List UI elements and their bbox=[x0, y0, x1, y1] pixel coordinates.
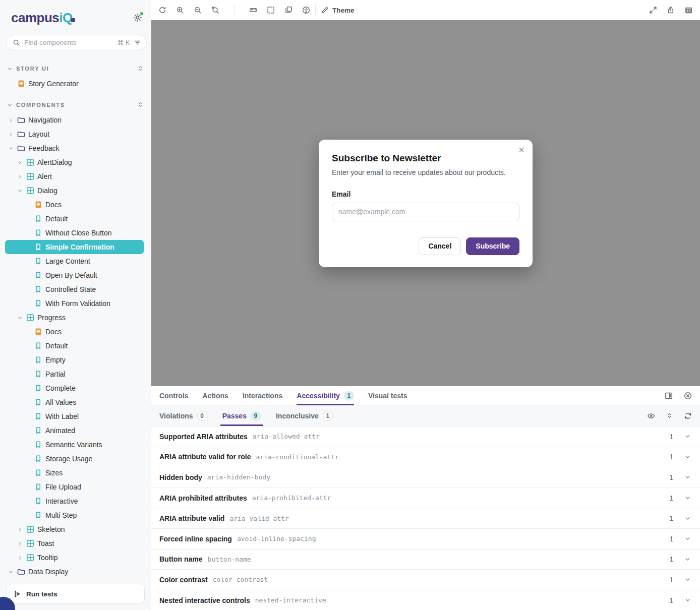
share-button[interactable] bbox=[667, 6, 675, 14]
chevron-down-icon[interactable] bbox=[684, 535, 691, 542]
sidebar-item-with-label[interactable]: With Label bbox=[5, 409, 144, 423]
sidebar-item-docs[interactable]: Docs bbox=[5, 325, 144, 339]
chevron-down-icon[interactable] bbox=[684, 576, 691, 583]
highlight-results-button[interactable] bbox=[647, 412, 655, 420]
tab-accessibility[interactable]: Accessibility1 bbox=[297, 386, 354, 405]
dialog-close-icon[interactable]: × bbox=[518, 145, 524, 155]
a11y-row-button-name[interactable]: Button namebutton-name1 bbox=[151, 550, 700, 570]
sidebar-item-interactive[interactable]: Interactive bbox=[5, 494, 144, 508]
sidebar-item-file-upload[interactable]: File Upload bbox=[5, 480, 144, 494]
a11y-row-aria-allowed-attr[interactable]: Supported ARIA attributesaria-allowed-at… bbox=[151, 426, 700, 447]
rule-count: 1 bbox=[669, 433, 673, 441]
chevron-down-icon[interactable] bbox=[684, 495, 691, 501]
chevron-down-icon[interactable] bbox=[684, 515, 691, 522]
search-input[interactable] bbox=[24, 39, 113, 46]
subtab-inconclusive[interactable]: Inconclusive1 bbox=[276, 405, 333, 426]
sidebar-item-without-close-button[interactable]: Without Close Button bbox=[5, 226, 144, 240]
sidebar-item-tooltip[interactable]: Tooltip bbox=[5, 551, 144, 565]
sidebar-item-animated[interactable]: Animated bbox=[5, 423, 144, 438]
chevron-down-icon[interactable] bbox=[684, 597, 691, 603]
close-panel-button[interactable] bbox=[684, 392, 692, 400]
accessibility-button[interactable] bbox=[302, 6, 310, 14]
sidebar-item-label: Storage Usage bbox=[45, 455, 92, 463]
tab-actions[interactable]: Actions bbox=[203, 386, 228, 405]
a11y-row-aria-prohibited-attr[interactable]: ARIA prohibited attributesaria-prohibite… bbox=[151, 488, 700, 509]
collapse-all-icon[interactable] bbox=[137, 101, 144, 109]
tree-section-story-ui[interactable]: STORY UI bbox=[5, 63, 144, 75]
sidebar-item-complete[interactable]: Complete bbox=[5, 381, 144, 395]
viewports-button[interactable] bbox=[284, 6, 293, 14]
sidebar-item-docs[interactable]: Docs bbox=[5, 198, 144, 212]
fullscreen-button[interactable] bbox=[649, 6, 657, 14]
sidebar-item-alertdialog[interactable]: AlertDialog bbox=[5, 155, 144, 169]
folder-icon bbox=[17, 130, 25, 138]
sidebar-item-alert[interactable]: Alert bbox=[5, 169, 144, 184]
chevron-down-icon[interactable] bbox=[684, 454, 691, 460]
sidebar-item-all-values[interactable]: All Values bbox=[5, 395, 144, 409]
rerun-tests-button[interactable] bbox=[684, 412, 692, 420]
sidebar-item-feedback[interactable]: Feedback bbox=[5, 141, 144, 155]
bookmark-icon bbox=[34, 384, 42, 392]
subtab-passes[interactable]: Passes9 bbox=[222, 405, 261, 426]
chevron-down-icon[interactable] bbox=[684, 556, 691, 563]
subscribe-button[interactable]: Subscribe bbox=[466, 237, 519, 255]
a11y-row-avoid-inline-spacing[interactable]: Forced inline spacingavoid-inline-spacin… bbox=[151, 529, 700, 550]
search-box[interactable]: ⌘ K bbox=[6, 35, 147, 50]
outline-button[interactable] bbox=[267, 6, 275, 14]
sidebar-item-sizes[interactable]: Sizes bbox=[5, 466, 144, 480]
panel-position-button[interactable] bbox=[665, 392, 673, 400]
a11y-row-aria-valid-attr[interactable]: ARIA attribute validaria-valid-attr1 bbox=[151, 508, 700, 529]
sidebar-item-data-display[interactable]: Data Display bbox=[5, 565, 144, 578]
a11y-row-nested-interactive[interactable]: Nested interactive controlsnested-intera… bbox=[151, 590, 700, 610]
theme-button[interactable]: Theme bbox=[321, 6, 355, 14]
settings-button[interactable] bbox=[133, 13, 143, 23]
zoom-in-button[interactable] bbox=[176, 6, 184, 14]
code-window-button[interactable] bbox=[684, 6, 693, 15]
run-tests-button[interactable]: Run tests bbox=[6, 584, 145, 604]
sidebar-item-progress[interactable]: Progress bbox=[5, 311, 144, 325]
sidebar-item-label: Controlled State bbox=[45, 285, 96, 293]
zoom-in-icon bbox=[176, 6, 184, 14]
sidebar-item-partial[interactable]: Partial bbox=[5, 367, 144, 381]
sidebar-item-simple-confirmation[interactable]: Simple Confirmation bbox=[5, 240, 144, 254]
measure-button[interactable] bbox=[249, 6, 257, 14]
sidebar-item-navigation[interactable]: Navigation bbox=[5, 113, 144, 127]
sidebar-item-story-generator[interactable]: Story Generator bbox=[5, 77, 144, 91]
zoom-out-button[interactable] bbox=[194, 6, 202, 14]
chevron-down-icon[interactable] bbox=[684, 474, 691, 480]
sidebar-item-controlled-state[interactable]: Controlled State bbox=[5, 282, 144, 296]
sidebar-item-with-form-validation[interactable]: With Form Validation bbox=[5, 296, 144, 311]
collapse-all-icon[interactable] bbox=[137, 65, 144, 73]
zoom-reset-button[interactable] bbox=[211, 6, 219, 14]
sidebar-item-default[interactable]: Default bbox=[5, 339, 144, 353]
sidebar-item-skeleton[interactable]: Skeleton bbox=[5, 522, 144, 536]
sidebar-item-large-content[interactable]: Large Content bbox=[5, 254, 144, 268]
sidebar-item-label: Empty bbox=[45, 356, 66, 364]
sidebar-item-default[interactable]: Default bbox=[5, 212, 144, 226]
subtab-violations[interactable]: Violations0 bbox=[159, 405, 207, 426]
sidebar-item-empty[interactable]: Empty bbox=[5, 353, 144, 367]
chevron-down-icon[interactable] bbox=[684, 433, 691, 440]
a11y-row-color-contrast[interactable]: Color contrastcolor-contrast1 bbox=[151, 570, 700, 590]
a11y-row-aria-conditional-attr[interactable]: ARIA attribute valid for rolearia-condit… bbox=[151, 447, 700, 468]
tab-label: Actions bbox=[203, 392, 228, 400]
sidebar-item-storage-usage[interactable]: Storage Usage bbox=[5, 452, 144, 466]
rule-id: aria-prohibited-attr bbox=[252, 494, 331, 502]
tab-controls[interactable]: Controls bbox=[159, 386, 189, 405]
bookmark-icon bbox=[34, 469, 42, 477]
tree-section-components[interactable]: COMPONENTS bbox=[5, 99, 144, 111]
sidebar-item-dialog[interactable]: Dialog bbox=[5, 184, 144, 198]
a11y-row-aria-hidden-body[interactable]: Hidden bodyaria-hidden-body1 bbox=[151, 467, 700, 488]
sidebar-item-layout[interactable]: Layout bbox=[5, 127, 144, 141]
sidebar-item-multi-step[interactable]: Multi Step bbox=[5, 508, 144, 522]
tab-interactions[interactable]: Interactions bbox=[243, 386, 282, 405]
email-field[interactable] bbox=[332, 203, 519, 221]
remount-button[interactable] bbox=[158, 6, 166, 14]
sidebar-item-toast[interactable]: Toast bbox=[5, 536, 144, 551]
collapse-results-button[interactable] bbox=[666, 412, 673, 419]
tab-visual-tests[interactable]: Visual tests bbox=[368, 386, 407, 405]
cancel-button[interactable]: Cancel bbox=[419, 237, 461, 255]
sidebar-item-open-by-default[interactable]: Open By Default bbox=[5, 268, 144, 282]
filter-icon[interactable] bbox=[134, 39, 141, 46]
sidebar-item-semantic-variants[interactable]: Semantic Variants bbox=[5, 438, 144, 452]
